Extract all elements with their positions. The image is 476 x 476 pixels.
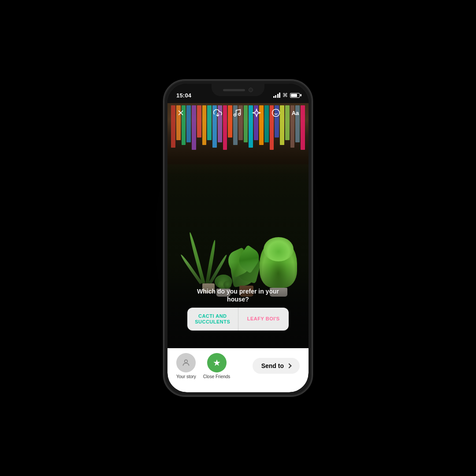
your-story-option[interactable]: Your story: [176, 353, 196, 379]
sparkle-icon: [252, 108, 261, 117]
brush-button[interactable]: Aa: [288, 106, 302, 120]
close-story-button[interactable]: [174, 106, 188, 120]
story-area: Aa Which do you prefer in your house? CA…: [167, 84, 309, 392]
story-toolbar: Aa: [167, 103, 309, 123]
toolbar-right: Aa: [211, 106, 302, 120]
close-icon: [176, 108, 185, 117]
phone-frame: 15:04 ⌘: [163, 79, 313, 397]
download-button[interactable]: [211, 106, 225, 120]
close-friends-label: Close Friends: [203, 374, 231, 379]
chevron-right-icon: [286, 363, 291, 368]
download-icon: [213, 108, 222, 117]
svg-point-8: [185, 360, 188, 363]
your-story-label: Your story: [176, 374, 196, 379]
signal-icon: [273, 93, 281, 98]
phone-wrapper: 15:04 ⌘: [163, 79, 313, 397]
story-options: Your story ★ Close Friends: [176, 353, 230, 379]
screen: 15:04 ⌘: [167, 84, 309, 392]
your-story-avatar: [176, 353, 196, 372]
status-time: 15:04: [176, 92, 191, 99]
svg-point-5: [272, 109, 280, 117]
send-to-button[interactable]: Send to: [253, 358, 300, 374]
poll-options: CACTI AND SUCCULENTS LEAFY BOI'S: [187, 308, 289, 331]
bottom-bar: Your story ★ Close Friends Send to: [167, 348, 309, 392]
poll-option-b[interactable]: LEAFY BOI'S: [238, 308, 289, 331]
music-button[interactable]: [230, 106, 244, 120]
poll-question: Which do you prefer in your house?: [187, 287, 289, 303]
person-icon: [182, 358, 190, 367]
battery-icon: [290, 93, 300, 98]
text-tool-label: Aa: [292, 110, 299, 116]
poll-option-a[interactable]: CACTI AND SUCCULENTS: [187, 308, 238, 331]
poll-widget: Which do you prefer in your house? CACTI…: [187, 287, 289, 331]
music-icon: [233, 108, 242, 117]
sticker-button[interactable]: [269, 106, 283, 120]
svg-point-4: [238, 113, 241, 115]
front-camera: [249, 88, 253, 92]
notch: [212, 84, 264, 96]
svg-point-3: [234, 114, 236, 116]
send-to-label: Send to: [261, 362, 284, 369]
emoji-icon: [271, 108, 280, 117]
wifi-icon: ⌘: [283, 92, 288, 98]
star-icon: ★: [213, 357, 221, 368]
status-icons: ⌘: [273, 92, 300, 98]
sparkle-button[interactable]: [249, 106, 264, 120]
close-friends-option[interactable]: ★ Close Friends: [203, 353, 231, 379]
speaker: [223, 89, 245, 91]
close-friends-avatar: ★: [207, 353, 227, 372]
